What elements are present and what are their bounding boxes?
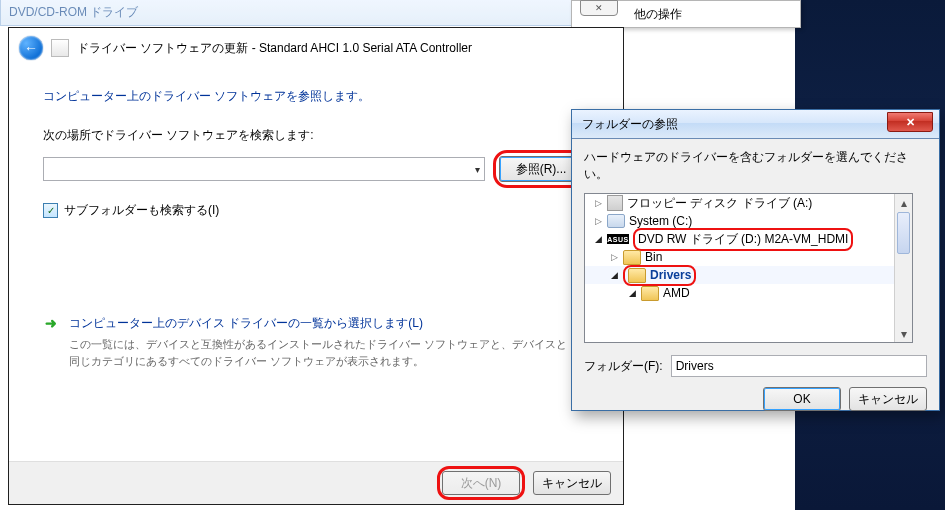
wizard-title: ドライバー ソフトウェアの更新 - Standard AHCI 1.0 Seri… <box>77 40 472 57</box>
expander-icon[interactable]: ◢ <box>609 270 619 280</box>
floppy-icon <box>607 195 623 211</box>
annotation-highlight: 次へ(N) <box>437 466 525 500</box>
selected-folder-label: フォルダー(F): <box>584 358 663 375</box>
blurred-background-strip: DVD/CD-ROM ドライブ <box>0 0 630 26</box>
selected-folder-input[interactable] <box>671 355 927 377</box>
tree-scrollbar[interactable]: ▴ ▾ <box>894 194 912 342</box>
expander-icon[interactable]: ▷ <box>609 252 619 262</box>
arrow-left-icon: ← <box>24 40 38 56</box>
close-button[interactable]: ✕ <box>887 112 933 132</box>
scroll-thumb[interactable] <box>897 212 910 254</box>
folder-icon <box>628 268 646 283</box>
driver-update-wizard: ← ドライバー ソフトウェアの更新 - Standard AHCI 1.0 Se… <box>8 27 624 505</box>
context-menu-item[interactable]: 他の操作 <box>634 6 682 23</box>
tree-label: DVD RW ドライブ (D:) M2A-VM_HDMI <box>638 232 848 246</box>
folder-icon <box>623 250 641 265</box>
chevron-down-icon: ▾ <box>475 164 480 175</box>
context-menu-close-button[interactable]: ✕ <box>580 0 618 16</box>
folder-dialog-titlebar: フォルダーの参照 ✕ <box>572 110 939 139</box>
annotation-highlight: Drivers <box>623 265 696 286</box>
back-button[interactable]: ← <box>19 36 43 60</box>
search-location-label: 次の場所でドライバー ソフトウェアを検索します: <box>43 127 589 144</box>
next-button[interactable]: 次へ(N) <box>442 471 520 495</box>
tree-node-drivers[interactable]: ◢ Drivers <box>585 266 912 284</box>
folder-dialog-title: フォルダーの参照 <box>582 116 678 133</box>
wizard-titlebar: ← ドライバー ソフトウェアの更新 - Standard AHCI 1.0 Se… <box>9 28 623 68</box>
scroll-up-icon[interactable]: ▴ <box>895 194 912 211</box>
tree-label: AMD <box>663 286 690 300</box>
search-path-combobox[interactable]: ▾ <box>43 157 485 181</box>
annotation-highlight: DVD RW ドライブ (D:) M2A-VM_HDMI <box>633 228 853 251</box>
pick-from-list-description: この一覧には、デバイスと互換性があるインストールされたドライバー ソフトウェアと… <box>69 336 569 369</box>
wizard-footer: 次へ(N) キャンセル <box>9 461 623 504</box>
include-subfolders-label: サブフォルダーも検索する(I) <box>64 202 219 219</box>
tree-label: Bin <box>645 250 662 264</box>
cizard-cancel-button[interactable]: キャンセル <box>533 471 611 495</box>
tree-label: Drivers <box>650 268 691 282</box>
folder-icon <box>641 286 659 301</box>
context-menu-popup: ✕ 他の操作 <box>571 0 801 28</box>
ok-button[interactable]: OK <box>763 387 841 411</box>
drive-icon <box>607 214 625 228</box>
tree-node-bin[interactable]: ▷ Bin <box>585 248 912 266</box>
tree-node-dvd-d[interactable]: ◢ ASUS DVD RW ドライブ (D:) M2A-VM_HDMI <box>585 230 912 248</box>
folder-browse-dialog: フォルダーの参照 ✕ ハードウェアのドライバーを含むフォルダーを選んでください。… <box>571 109 940 411</box>
tree-label: System (C:) <box>629 214 692 228</box>
folder-dialog-instruction: ハードウェアのドライバーを含むフォルダーを選んでください。 <box>584 149 927 183</box>
pick-from-list-title: コンピューター上のデバイス ドライバーの一覧から選択します(L) <box>69 315 569 332</box>
expander-icon[interactable]: ◢ <box>627 288 637 298</box>
folder-tree[interactable]: ▷ フロッピー ディスク ドライブ (A:) ▷ System (C:) ◢ A… <box>584 193 913 343</box>
expander-icon[interactable]: ▷ <box>593 198 603 208</box>
folder-cancel-button[interactable]: キャンセル <box>849 387 927 411</box>
tree-label: フロッピー ディスク ドライブ (A:) <box>627 195 812 212</box>
asus-icon: ASUS <box>607 234 629 244</box>
tree-node-floppy[interactable]: ▷ フロッピー ディスク ドライブ (A:) <box>585 194 912 212</box>
device-icon <box>51 39 69 57</box>
wizard-heading: コンピューター上のドライバー ソフトウェアを参照します。 <box>43 88 589 105</box>
include-subfolders-checkbox[interactable]: ✓ <box>43 203 58 218</box>
scroll-down-icon[interactable]: ▾ <box>895 325 912 342</box>
expander-icon[interactable]: ◢ <box>593 234 603 244</box>
pick-from-list-link[interactable]: ➜ コンピューター上のデバイス ドライバーの一覧から選択します(L) この一覧に… <box>43 315 589 369</box>
tree-node-amd[interactable]: ◢ AMD <box>585 284 912 302</box>
expander-icon[interactable]: ▷ <box>593 216 603 226</box>
arrow-right-icon: ➜ <box>43 315 59 331</box>
